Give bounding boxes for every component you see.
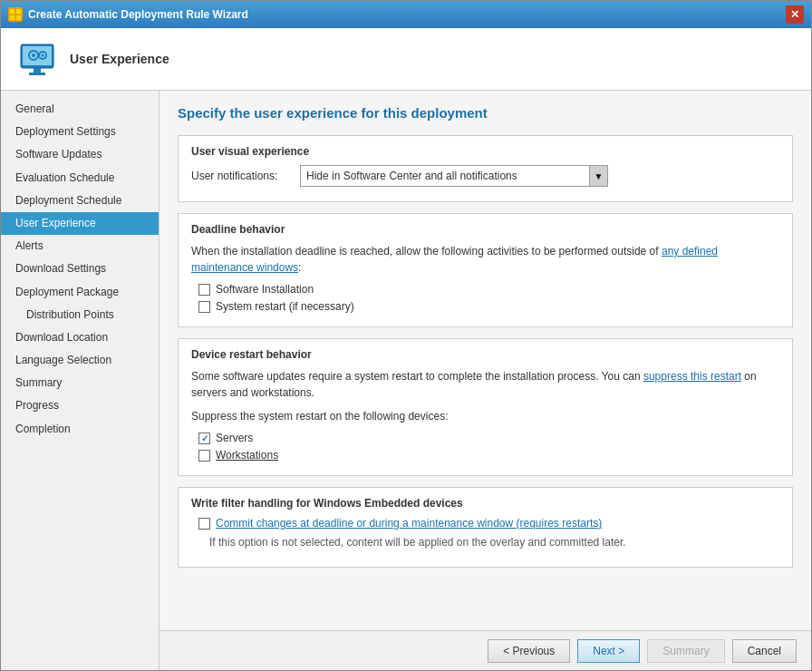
main-content: Specify the user experience for this dep… xyxy=(160,91,811,630)
deadline-behavior-section: Deadline behavior When the installation … xyxy=(178,213,793,327)
page-title: Specify the user experience for this dep… xyxy=(178,105,793,121)
sidebar-item-user-experience[interactable]: User Experience xyxy=(1,212,159,235)
deadline-description: When the installation deadline is reache… xyxy=(191,243,779,276)
maintenance-windows-link[interactable]: any defined maintenance windows xyxy=(191,245,718,274)
device-restart-section: Device restart behavior Some software up… xyxy=(178,338,793,476)
sidebar-item-distribution-points[interactable]: Distribution Points xyxy=(1,304,159,326)
user-visual-experience-title: User visual experience xyxy=(191,145,779,158)
sidebar: GeneralDeployment SettingsSoftware Updat… xyxy=(1,91,160,670)
sidebar-item-deployment-settings[interactable]: Deployment Settings xyxy=(1,121,159,143)
servers-checkbox[interactable]: ✓ xyxy=(198,433,210,444)
workstations-row: Workstations xyxy=(198,449,779,462)
device-restart-desc1: Some software updates require a system r… xyxy=(191,368,779,401)
svg-rect-2 xyxy=(10,15,14,20)
footer: < Previous Next > Summary Cancel xyxy=(160,630,811,670)
svg-point-9 xyxy=(32,53,35,57)
software-install-label: Software Installation xyxy=(216,283,314,296)
header-icon xyxy=(15,37,59,81)
main-panel: Specify the user experience for this dep… xyxy=(160,91,811,670)
notifications-label: User notifications: xyxy=(191,170,291,182)
window-title: Create Automatic Deployment Rule Wizard xyxy=(28,8,248,21)
sidebar-item-alerts[interactable]: Alerts xyxy=(1,235,159,258)
sidebar-item-evaluation-schedule[interactable]: Evaluation Schedule xyxy=(1,167,159,190)
header-panel: User Experience xyxy=(1,28,811,91)
sidebar-item-language-selection[interactable]: Language Selection xyxy=(1,349,159,372)
sidebar-item-deployment-package[interactable]: Deployment Package xyxy=(1,281,159,304)
summary-button[interactable]: Summary xyxy=(647,639,724,663)
notifications-row: User notifications: Hide in Software Cen… xyxy=(191,165,779,187)
system-restart-row: System restart (if necessary) xyxy=(198,300,779,313)
header-title: User Experience xyxy=(70,52,169,66)
previous-button[interactable]: < Previous xyxy=(488,639,570,663)
title-bar: Create Automatic Deployment Rule Wizard … xyxy=(1,1,811,28)
sidebar-item-software-updates[interactable]: Software Updates xyxy=(1,143,159,166)
sidebar-item-completion[interactable]: Completion xyxy=(1,418,159,441)
sidebar-item-summary[interactable]: Summary xyxy=(1,372,159,394)
suppress-restart-link[interactable]: suppress this restart xyxy=(643,370,741,383)
write-filter-title: Write filter handling for Windows Embedd… xyxy=(191,497,779,510)
servers-label: Servers xyxy=(216,432,253,444)
svg-rect-3 xyxy=(16,15,21,20)
sidebar-item-general[interactable]: General xyxy=(1,98,159,121)
write-filter-section: Write filter handling for Windows Embedd… xyxy=(178,487,793,568)
system-restart-label: System restart (if necessary) xyxy=(216,300,354,313)
commit-changes-link[interactable]: Commit changes at deadline or during a m… xyxy=(216,517,602,530)
write-filter-note: If this option is not selected, content … xyxy=(209,534,779,550)
commit-changes-label: Commit changes at deadline or during a m… xyxy=(216,517,602,530)
sidebar-item-progress[interactable]: Progress xyxy=(1,394,159,417)
svg-rect-1 xyxy=(16,9,21,14)
svg-rect-0 xyxy=(10,9,14,14)
system-restart-checkbox[interactable] xyxy=(198,301,210,313)
notifications-value: Hide in Software Center and all notifica… xyxy=(301,165,589,187)
deadline-behavior-title: Deadline behavior xyxy=(191,223,779,236)
servers-row: ✓ Servers xyxy=(198,432,779,444)
workstations-checkbox[interactable] xyxy=(198,450,210,462)
software-install-row: Software Installation xyxy=(198,283,779,296)
commit-changes-row: Commit changes at deadline or during a m… xyxy=(198,517,779,530)
app-icon xyxy=(8,7,23,22)
software-install-checkbox[interactable] xyxy=(198,284,210,296)
dropdown-arrow-icon[interactable]: ▼ xyxy=(589,166,607,186)
sidebar-item-deployment-schedule[interactable]: Deployment Schedule xyxy=(1,190,159,212)
device-restart-title: Device restart behavior xyxy=(191,348,779,361)
svg-rect-7 xyxy=(29,73,45,75)
workstations-label: Workstations xyxy=(216,449,278,462)
user-visual-experience-section: User visual experience User notification… xyxy=(178,135,793,202)
close-button[interactable]: ✕ xyxy=(786,5,804,24)
body: GeneralDeployment SettingsSoftware Updat… xyxy=(1,91,811,670)
sidebar-item-download-location[interactable]: Download Location xyxy=(1,326,159,349)
sidebar-item-download-settings[interactable]: Download Settings xyxy=(1,258,159,280)
notifications-dropdown[interactable]: Hide in Software Center and all notifica… xyxy=(300,165,608,187)
commit-changes-checkbox[interactable] xyxy=(198,518,210,530)
title-bar-left: Create Automatic Deployment Rule Wizard xyxy=(8,7,248,22)
next-button[interactable]: Next > xyxy=(577,639,640,663)
cancel-button[interactable]: Cancel xyxy=(732,639,797,663)
device-restart-desc2: Suppress the system restart on the follo… xyxy=(191,408,779,424)
main-window: Create Automatic Deployment Rule Wizard … xyxy=(0,0,812,671)
svg-point-11 xyxy=(42,54,44,57)
